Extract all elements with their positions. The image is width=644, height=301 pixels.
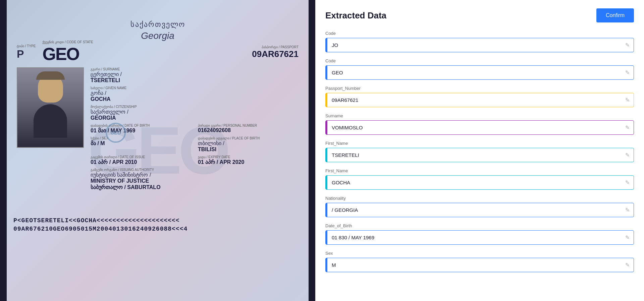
issuing-authority-georgian: იუსტიციის სამინისტრო /	[91, 172, 299, 178]
personal-number-label: პირადი გვარი / PERSONAL NUMBER	[198, 124, 299, 127]
field-group-4: First_Name✎	[325, 141, 634, 162]
edit-icon-6[interactable]: ✎	[621, 207, 634, 213]
field-input-6[interactable]	[326, 203, 621, 217]
passport-type-block: ტიპი / TYPE P	[17, 44, 36, 60]
field-input-wrapper-2: ✎	[325, 93, 634, 107]
citizenship-latin: GEORGIA	[91, 115, 299, 121]
field-input-3[interactable]	[326, 121, 621, 134]
issuing-authority-label: გამცემი ორგანო / ISSUING AUTHORITY	[91, 168, 299, 172]
extracted-panel: Extracted Data Confirm Code✎Code✎Passpor…	[315, 0, 644, 301]
passport-document: GEO საქართველო Georgia ტიპი / TYPE P ქვე…	[7, 0, 309, 301]
surname-field: გვარი / SURNAME ცერეთელი / TSERETELI	[91, 67, 299, 83]
given-name-label: სახელი / GIVEN NAME	[91, 86, 299, 90]
field-color-bar-7	[326, 231, 327, 244]
issuing-authority-latin2: საბურთალო / SABURTALO	[91, 184, 299, 190]
field-color-bar-2	[326, 93, 327, 107]
field-group-0: Code✎	[325, 31, 634, 52]
field-input-0[interactable]	[326, 38, 621, 52]
type-label: ტიპი / TYPE	[17, 44, 36, 48]
citizenship-label: მოქალაქეობა / CITIZENSHIP	[91, 105, 299, 109]
field-input-8[interactable]	[326, 258, 621, 272]
expiry-date-field: ვადა / EXPIRY DATE 01 აპრ / APR 2020	[198, 155, 299, 165]
geo-stamp: GEO	[106, 123, 126, 143]
field-group-1: Code✎	[325, 58, 634, 80]
citizenship-field: მოქალაქეობა / CITIZENSHIP საქართველო / G…	[91, 105, 299, 121]
field-group-5: First_Name✎	[325, 168, 634, 190]
field-input-7[interactable]	[326, 231, 621, 244]
expiry-date-value: 01 აპრ / APR 2020	[198, 159, 299, 165]
field-group-2: Passport_Number✎	[325, 86, 634, 107]
field-input-2[interactable]	[326, 93, 621, 107]
passport-top-row: ტიპი / TYPE P ქვეყნის კოდი / CODE OF STA…	[17, 40, 299, 64]
field-input-1[interactable]	[326, 66, 621, 79]
mrz-line-1: P<GEOTSERETELI<<GOCHA<<<<<<<<<<<<<<<<<<<…	[13, 217, 302, 224]
place-of-birth-field: დაბადების ადგილი / PLACE OF BIRTH თბილის…	[198, 136, 299, 153]
given-name-field: სახელი / GIVEN NAME გოჩა / GOCHA	[91, 86, 299, 102]
edit-icon-7[interactable]: ✎	[621, 234, 634, 241]
fields-container: Code✎Code✎Passport_Number✎Surname✎First_…	[325, 31, 634, 272]
edit-icon-4[interactable]: ✎	[621, 152, 634, 158]
issue-expiry-row: გაცემის თარიღი / DATE OF ISSUE 01 აპრ / …	[91, 155, 299, 168]
given-name-latin: GOCHA	[91, 96, 299, 102]
date-of-issue-label: გაცემის თარიღი / DATE OF ISSUE	[91, 155, 191, 159]
sex-field: სქესი / SEX მა / M	[91, 136, 191, 153]
citizenship-georgian: საქართველო /	[91, 109, 299, 115]
field-color-bar-6	[326, 203, 327, 217]
place-of-birth-latin: TBILISI	[198, 146, 299, 153]
field-label-5: First_Name	[325, 168, 634, 173]
edit-icon-8[interactable]: ✎	[621, 262, 634, 268]
personal-number-value: 01624092608	[198, 127, 299, 133]
field-input-wrapper-4: ✎	[325, 148, 634, 162]
passport-title-right: პასპორტი / PASSPORT 09AR67621	[252, 45, 299, 59]
sex-label: სქესი / SEX	[91, 136, 191, 140]
date-of-issue-field: გაცემის თარიღი / DATE OF ISSUE 01 აპრ / …	[91, 155, 191, 165]
edit-icon-1[interactable]: ✎	[621, 69, 634, 76]
field-group-7: Date_of_Birth✎	[325, 223, 634, 245]
personal-number-field: პირადი გვარი / PERSONAL NUMBER 016240926…	[198, 124, 299, 134]
mrz-section: P<GEOTSERETELI<<GOCHA<<<<<<<<<<<<<<<<<<<…	[7, 217, 309, 234]
edit-icon-5[interactable]: ✎	[621, 179, 634, 186]
field-input-4[interactable]	[326, 148, 621, 162]
field-input-wrapper-6: ✎	[325, 203, 634, 217]
extracted-title: Extracted Data	[325, 10, 386, 21]
edit-icon-3[interactable]: ✎	[621, 124, 634, 131]
confirm-button[interactable]: Confirm	[596, 8, 634, 22]
extracted-header: Extracted Data Confirm	[325, 8, 634, 22]
type-value: P	[17, 48, 36, 60]
field-group-3: Surname✎	[325, 113, 634, 135]
surname-label: გვარი / SURNAME	[91, 67, 299, 71]
passport-content: ტიპი / TYPE P ქვეყნის კოდი / CODE OF STA…	[17, 40, 299, 193]
field-label-6: Nationality	[325, 196, 634, 201]
edit-icon-0[interactable]: ✎	[621, 42, 634, 48]
country-name: Georgia	[7, 31, 309, 41]
person-silhouette	[29, 74, 72, 141]
photo-person	[17, 68, 83, 147]
dob-label: დაბადების თარიღი / DATE OF BIRTH	[91, 124, 191, 127]
photo-and-details: გვარი / SURNAME ცერეთელი / TSERETELI სახ…	[17, 67, 299, 193]
field-input-wrapper-5: ✎	[325, 175, 634, 190]
field-group-6: Nationality✎	[325, 196, 634, 217]
code-of-state-block: ქვეყნის კოდი / CODE OF STATE GEO	[42, 40, 93, 64]
expiry-label: ვადა / EXPIRY DATE	[198, 155, 299, 159]
field-label-1: Code	[325, 58, 634, 63]
edit-icon-2[interactable]: ✎	[621, 97, 634, 103]
date-of-issue-value: 01 აპრ / APR 2010	[91, 159, 191, 165]
passport-label: პასპორტი / PASSPORT	[252, 45, 299, 49]
field-input-wrapper-7: ✎	[325, 230, 634, 245]
field-label-4: First_Name	[325, 141, 634, 146]
passport-panel: GEO საქართველო Georgia ტიპი / TYPE P ქვე…	[0, 0, 315, 301]
field-input-wrapper-3: ✎	[325, 120, 634, 135]
given-name-georgian: გოჩა /	[91, 90, 299, 96]
person-body	[34, 104, 67, 138]
field-color-bar-1	[326, 66, 327, 79]
surname-georgian: ცერეთელი /	[91, 71, 299, 77]
field-label-7: Date_of_Birth	[325, 223, 634, 228]
field-color-bar-3	[326, 121, 327, 134]
field-input-5[interactable]	[326, 176, 621, 189]
field-color-bar-5	[326, 176, 327, 189]
field-color-bar-8	[326, 258, 327, 272]
mrz-line-2: 09AR676210GEO6905015M2004013016240926088…	[13, 226, 302, 232]
surname-latin: TSERETELI	[91, 77, 299, 83]
place-of-birth-label: დაბადების ადგილი / PLACE OF BIRTH	[198, 136, 299, 140]
field-color-bar-4	[326, 148, 327, 162]
